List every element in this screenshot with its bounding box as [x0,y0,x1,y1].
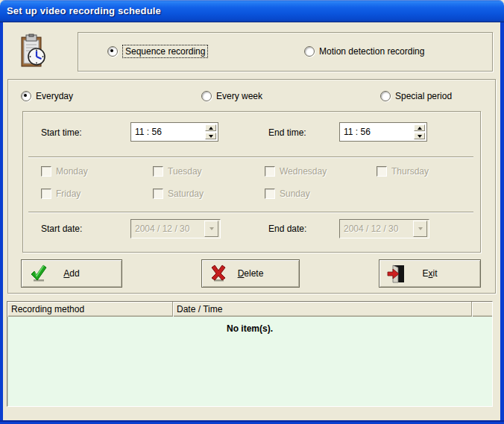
window-border-bottom [0,420,504,424]
start-time-spinner [130,122,218,142]
checkbox-tuesday: Tuesday [153,165,202,177]
radio-button-icon [304,46,315,57]
checkbox-label: Thursday [391,166,429,177]
checkbox-icon [153,189,163,199]
titlebar[interactable]: Set up video recording schedule [0,0,504,22]
green-check-icon [28,264,48,284]
separator [28,212,473,213]
radio-everyday[interactable]: Everyday [21,90,73,102]
exit-button-label: Exit [422,268,437,279]
arrow-down-icon [418,135,422,138]
checkbox-friday: Friday [41,188,81,200]
schedule-list[interactable]: Recording method Date / Time No item(s). [7,301,493,407]
radio-label: Everyday [36,91,73,101]
radio-button-icon [380,91,391,101]
radio-button-icon [21,91,31,101]
end-date-label: End date: [268,224,306,234]
dropdown-button [204,221,218,237]
radio-button-icon [107,46,118,57]
exit-button[interactable]: Exit [379,259,481,288]
radio-label: Motion detection recording [319,46,424,57]
radio-motion-detection-recording[interactable]: Motion detection recording [304,45,424,57]
separator [28,156,473,158]
checkbox-icon [265,189,275,199]
checkbox-icon [41,189,51,199]
start-time-spin-buttons [204,123,218,141]
start-time-input[interactable] [131,123,204,141]
checkbox-label: Wednesday [280,166,327,177]
checkbox-label: Monday [56,166,88,177]
delete-button[interactable]: Delete [201,259,300,288]
empty-list-message: No item(s). [7,323,492,334]
column-header-spacer [472,302,492,317]
arrow-down-icon [209,135,213,138]
add-button-label: Add [63,268,79,279]
arrow-up-icon [418,127,422,130]
radio-label: Special period [395,91,452,101]
start-date-value: 2004 / 12 / 30 [131,224,204,234]
chevron-down-icon [418,227,423,230]
column-header-date-time[interactable]: Date / Time [173,302,472,317]
checkbox-wednesday: Wednesday [265,165,327,177]
checkbox-label: Sunday [280,189,310,199]
checkbox-monday: Monday [41,165,88,177]
checkbox-sunday: Sunday [265,188,310,200]
clipboard-clock-icon [16,34,49,69]
dropdown-button [413,221,427,237]
checkbox-icon [377,166,387,177]
start-time-label: Start time: [41,127,82,138]
window-border-right [500,22,504,424]
end-date-combo: 2004 / 12 / 30 [339,219,429,238]
checkbox-icon [41,166,51,177]
checkbox-saturday: Saturday [153,188,204,200]
column-header-recording-method[interactable]: Recording method [7,302,173,317]
red-x-icon [209,264,229,284]
arrow-up-icon [209,127,213,130]
window-border-left [0,22,3,424]
radio-button-icon [201,91,212,101]
radio-sequence-recording[interactable]: Sequence recording [107,45,208,57]
end-time-input[interactable] [340,123,412,141]
radio-every-week[interactable]: Every week [201,90,262,102]
checkbox-label: Tuesday [168,166,202,177]
checkbox-label: Saturday [168,189,204,199]
end-time-spinner [339,122,427,142]
radio-special-period[interactable]: Special period [380,90,452,102]
checkbox-icon [265,166,275,177]
spin-up-button[interactable] [414,124,425,131]
start-date-combo: 2004 / 12 / 30 [130,219,221,238]
end-date-value: 2004 / 12 / 30 [340,224,413,234]
checkbox-icon [153,166,163,177]
spin-down-button[interactable] [414,133,425,139]
checkbox-label: Friday [56,189,81,199]
radio-label: Every week [216,91,262,101]
add-button[interactable]: Add [21,259,122,288]
radio-label: Sequence recording [122,45,208,58]
end-time-spin-buttons [412,123,426,141]
window-title: Set up video recording schedule [7,5,161,16]
spin-down-button[interactable] [205,133,216,139]
start-date-label: Start date: [41,224,82,234]
dialog-window: Set up video recording schedule Sequence… [0,0,504,424]
chevron-down-icon [210,227,214,230]
end-time-label: End time: [268,127,306,138]
delete-button-label: Delete [238,268,264,279]
checkbox-thursday: Thursday [377,165,429,177]
list-header: Recording method Date / Time [7,302,492,317]
spin-up-button[interactable] [205,124,216,131]
exit-door-icon [386,264,406,284]
